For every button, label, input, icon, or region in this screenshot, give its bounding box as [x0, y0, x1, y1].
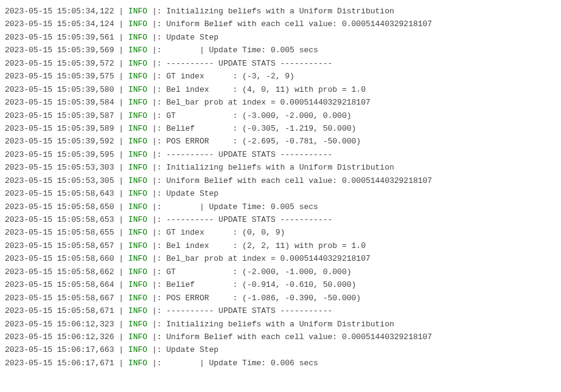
separator — [147, 176, 152, 185]
log-level: INFO — [128, 332, 147, 342]
log-level: INFO — [128, 228, 147, 237]
separator — [147, 85, 152, 94]
log-level: INFO — [128, 215, 147, 224]
log-message: |: Bel index : (2, 2, 11) with prob = 1.… — [152, 241, 366, 250]
separator: | — [114, 332, 128, 342]
separator — [147, 19, 152, 29]
separator — [147, 345, 152, 354]
log-message: |: Uniform Belief with each cell value: … — [152, 332, 432, 342]
log-line: 2023-05-15 15:06:17,663 | INFO |: Update… — [5, 343, 556, 356]
log-line: 2023-05-15 15:05:58,655 | INFO |: GT ind… — [5, 226, 556, 239]
separator — [147, 320, 152, 329]
separator: | — [114, 33, 128, 42]
log-timestamp: 2023-05-15 15:05:53,303 — [5, 163, 114, 172]
separator — [147, 359, 152, 368]
separator — [147, 241, 152, 250]
log-line: 2023-05-15 15:05:58,662 | INFO |: GT : (… — [5, 266, 556, 278]
separator — [147, 332, 152, 342]
separator: | — [114, 294, 128, 303]
separator — [147, 111, 152, 120]
log-timestamp: 2023-05-15 15:05:39,561 — [5, 33, 114, 42]
log-level: INFO — [128, 294, 147, 303]
separator — [147, 163, 152, 172]
log-level: INFO — [128, 254, 147, 263]
log-message: |: GT index : (-3, -2, 9) — [152, 72, 294, 81]
log-message: |: Update Step — [152, 189, 218, 198]
log-line: 2023-05-15 15:05:53,305 | INFO |: Unifor… — [5, 174, 556, 187]
log-timestamp: 2023-05-15 15:05:58,657 — [5, 241, 114, 250]
log-message: |: Bel index : (4, 0, 11) with prob = 1.… — [152, 85, 366, 94]
log-timestamp: 2023-05-15 15:05:39,584 — [5, 98, 114, 107]
log-line: 2023-05-15 15:05:34,122 | INFO |: Initia… — [5, 5, 556, 18]
log-message: |: Update Step — [152, 33, 218, 42]
log-line: 2023-05-15 15:05:39,561 | INFO |: Update… — [5, 31, 556, 44]
separator — [147, 7, 152, 16]
log-level: INFO — [128, 7, 147, 16]
log-level: INFO — [128, 280, 147, 289]
separator: | — [114, 280, 128, 289]
log-line: 2023-05-15 15:05:39,569 | INFO |: | Upda… — [5, 44, 556, 57]
separator — [147, 254, 152, 263]
log-level: INFO — [128, 19, 147, 29]
log-timestamp: 2023-05-15 15:05:58,650 — [5, 202, 114, 211]
separator: | — [114, 150, 128, 159]
log-level: INFO — [128, 202, 147, 211]
log-level: INFO — [128, 176, 147, 185]
separator: | — [114, 202, 128, 211]
log-line: 2023-05-15 15:05:58,660 | INFO |: Bel_ba… — [5, 252, 556, 265]
separator: | — [114, 306, 128, 315]
log-timestamp: 2023-05-15 15:06:17,663 — [5, 345, 114, 354]
log-line: 2023-05-15 15:05:58,671 | INFO |: ------… — [5, 304, 556, 317]
separator: | — [114, 46, 128, 55]
separator — [147, 228, 152, 237]
log-level: INFO — [128, 150, 147, 159]
separator — [147, 189, 152, 198]
log-message: |: Belief : (-0.914, -0.610, 50.000) — [152, 280, 356, 289]
separator: | — [114, 345, 128, 354]
log-timestamp: 2023-05-15 15:06:12,326 — [5, 332, 114, 342]
log-timestamp: 2023-05-15 15:05:39,589 — [5, 124, 114, 133]
log-line: 2023-05-15 15:06:17,671 | INFO |: | Upda… — [5, 357, 556, 370]
log-timestamp: 2023-05-15 15:06:17,671 — [5, 359, 114, 368]
log-message: |: ---------- UPDATE STATS ----------- — [152, 306, 332, 315]
log-message: |: Initializing beliefs with a Uniform D… — [152, 163, 394, 172]
separator — [147, 306, 152, 315]
log-timestamp: 2023-05-15 15:05:58,655 — [5, 228, 114, 237]
log-message: |: ---------- UPDATE STATS ----------- — [152, 215, 332, 224]
log-message: |: | Update Time: 0.006 secs — [152, 359, 318, 368]
log-timestamp: 2023-05-15 15:05:58,653 — [5, 215, 114, 224]
log-line: 2023-05-15 15:05:39,592 | INFO |: POS ER… — [5, 135, 556, 148]
log-level: INFO — [128, 98, 147, 107]
separator: | — [114, 228, 128, 237]
log-message: |: GT : (-3.000, -2.000, 0.000) — [152, 111, 352, 120]
log-message: |: Belief : (-0.305, -1.219, 50.000) — [152, 124, 356, 133]
log-line: 2023-05-15 15:06:12,326 | INFO |: Unifor… — [5, 331, 556, 343]
log-message: |: Update Step — [152, 345, 218, 354]
log-level: INFO — [128, 267, 147, 277]
separator — [147, 215, 152, 224]
log-line: 2023-05-15 15:05:58,657 | INFO |: Bel in… — [5, 239, 556, 252]
separator: | — [114, 59, 128, 68]
separator — [147, 124, 152, 133]
log-timestamp: 2023-05-15 15:05:58,662 — [5, 267, 114, 277]
log-level: INFO — [128, 124, 147, 133]
separator: | — [114, 85, 128, 94]
separator — [147, 98, 152, 107]
log-level: INFO — [128, 137, 147, 146]
log-timestamp: 2023-05-15 15:05:39,569 — [5, 46, 114, 55]
log-line: 2023-05-15 15:05:58,650 | INFO |: | Upda… — [5, 201, 556, 213]
log-timestamp: 2023-05-15 15:05:58,667 — [5, 294, 114, 303]
log-timestamp: 2023-05-15 15:06:12,323 — [5, 320, 114, 329]
log-level: INFO — [128, 111, 147, 120]
separator — [147, 137, 152, 146]
separator: | — [114, 215, 128, 224]
log-message: |: ---------- UPDATE STATS ----------- — [152, 150, 332, 159]
separator — [147, 202, 152, 211]
separator — [147, 267, 152, 277]
log-timestamp: 2023-05-15 15:05:39,575 — [5, 72, 114, 81]
log-message: |: Bel_bar prob at index = 0.00051440329… — [152, 254, 371, 263]
log-timestamp: 2023-05-15 15:05:34,122 — [5, 7, 114, 16]
log-timestamp: 2023-05-15 15:05:58,671 — [5, 306, 114, 315]
log-line: 2023-05-15 15:05:39,575 | INFO |: GT ind… — [5, 70, 556, 83]
separator: | — [114, 111, 128, 120]
